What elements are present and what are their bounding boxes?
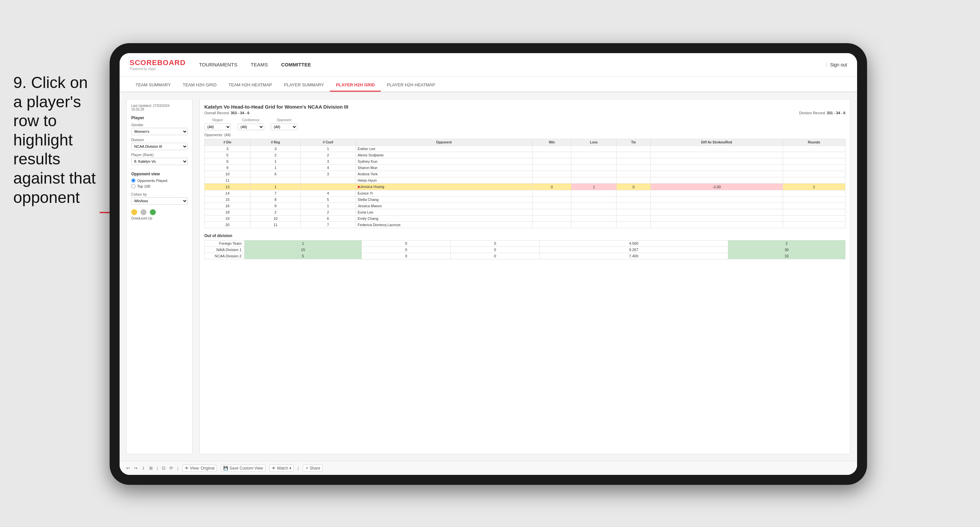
- table-row[interactable]: 1822Euna Lee: [205, 209, 845, 216]
- cell-reg: 8: [250, 197, 301, 203]
- division-select[interactable]: NCAA Division III: [131, 143, 188, 150]
- table-row[interactable]: NAIA Division 115009.26730: [205, 247, 845, 253]
- table-row[interactable]: 20117Federica Domecq Lacroze: [205, 222, 845, 228]
- cell-tie: [617, 209, 651, 216]
- cell-reg: 2: [250, 209, 301, 216]
- region-select[interactable]: (All): [204, 124, 231, 130]
- gender-label: Gender: [131, 123, 188, 127]
- table-row[interactable]: 331Esther Lee: [205, 146, 845, 152]
- table-row[interactable]: 19106Emily Chang: [205, 216, 845, 222]
- nav-tournaments[interactable]: TOURNAMENTS: [199, 59, 237, 70]
- radio-opponents-played[interactable]: Opponents Played: [131, 178, 188, 183]
- cell-loss: [571, 171, 617, 177]
- table-row[interactable]: 1063Andrea York: [205, 171, 845, 177]
- cell-tie: [617, 171, 651, 177]
- cell-win: [532, 209, 571, 216]
- sign-out-button[interactable]: Sign out: [830, 62, 847, 67]
- cell-div: 3: [205, 146, 250, 152]
- save-custom-view-button[interactable]: 💾 Save Custom View: [221, 465, 266, 472]
- cell-loss: [571, 203, 617, 209]
- watch-button[interactable]: 👁 Watch ▾: [269, 465, 294, 472]
- tablet-frame: SCOREBOARD Powered by clippi TOURNAMENTS…: [110, 43, 867, 485]
- cell-loss: [571, 146, 617, 152]
- cell-ood-label: NCAA Division 2: [205, 253, 245, 259]
- table-row[interactable]: 11Heeju Hyun: [205, 177, 845, 184]
- view-original-button[interactable]: 👁 View: Original: [182, 465, 217, 472]
- dot-up: [150, 209, 156, 215]
- cell-loss: [571, 152, 617, 159]
- tab-team-summary[interactable]: TEAM SUMMARY: [130, 79, 177, 92]
- cell-reg: [250, 177, 301, 184]
- cell-reg: 3: [250, 146, 301, 152]
- cell-reg: 9: [250, 203, 301, 209]
- cell-div: 14: [205, 190, 250, 197]
- cell-div: 6: [205, 159, 250, 165]
- cell-rounds: [783, 190, 845, 197]
- cell-tie: [617, 177, 651, 184]
- conference-select[interactable]: (All): [237, 124, 264, 130]
- overall-record: Overall Record: 353 - 34 - 6: [204, 111, 250, 115]
- cell-div: 19: [205, 216, 250, 222]
- grid-title: Katelyn Vo Head-to-Head Grid for Women's…: [204, 104, 845, 110]
- tab-team-h2h-grid[interactable]: TEAM H2H GRID: [177, 79, 223, 92]
- cell-div: 18: [205, 209, 250, 216]
- cell-conf: 3: [301, 171, 355, 177]
- cell-div: 20: [205, 222, 250, 228]
- opponent-select[interactable]: (All): [271, 124, 298, 130]
- cell-tie: [617, 146, 651, 152]
- cell-loss: [571, 197, 617, 203]
- table-row[interactable]: 1691Jessica Mason: [205, 203, 845, 209]
- share-button[interactable]: ↗ Share: [303, 465, 323, 472]
- tab-player-h2h-heatmap[interactable]: PLAYER H2H HEATMAP: [381, 79, 441, 92]
- cell-win: 0: [532, 184, 571, 190]
- table-row[interactable]: 914Sharon Mun: [205, 165, 845, 171]
- tab-team-h2h-heatmap[interactable]: TEAM H2H HEATMAP: [223, 79, 278, 92]
- cell-tie: [617, 216, 651, 222]
- nav-committee[interactable]: COMMITTEE: [281, 59, 311, 70]
- table-row[interactable]: 131 ▶Jessica Huang010-3.002: [205, 184, 845, 190]
- table-row[interactable]: 1585Stella Chang: [205, 197, 845, 203]
- cell-win: [532, 165, 571, 171]
- cell-rounds: [783, 146, 845, 152]
- cell-ood-tie: 0: [450, 240, 539, 247]
- cell-opponent: Esther Lee: [355, 146, 532, 152]
- cell-rounds: [783, 165, 845, 171]
- cell-opponent: Federica Domecq Lacroze: [355, 222, 532, 228]
- table-row[interactable]: NCAA Division 25007.40010: [205, 253, 845, 259]
- cell-win: [532, 159, 571, 165]
- cell-win: [532, 197, 571, 203]
- table-row[interactable]: 522Alexis Sudjianto: [205, 152, 845, 159]
- nav-links: TOURNAMENTS TEAMS COMMITTEE: [199, 59, 826, 70]
- cell-ood-rounds: 2: [728, 240, 845, 247]
- cell-tie: 0: [617, 184, 651, 190]
- cell-diff: -3.00: [651, 184, 783, 190]
- colour-by-select[interactable]: Win/loss: [131, 197, 188, 205]
- bottom-toolbar: ↩ ↪ ⤸ ⊞ | ⊡ ⟳ | 👁 View: Original 💾 Save …: [119, 461, 857, 475]
- table-row[interactable]: 613Sydney Kuo: [205, 159, 845, 165]
- opponents-label: Opponents: (All): [204, 133, 845, 137]
- cell-ood-label: Foreign Team: [205, 240, 245, 247]
- cell-loss: [571, 222, 617, 228]
- tab-player-h2h-grid[interactable]: PLAYER H2H GRID: [330, 79, 381, 92]
- cell-diff: [651, 152, 783, 159]
- cell-opponent: Sydney Kuo: [355, 159, 532, 165]
- player-rank-select[interactable]: 8. Katelyn Vo: [131, 158, 188, 165]
- cell-rounds: [783, 177, 845, 184]
- gender-select[interactable]: Women's: [131, 128, 188, 135]
- dot-label-down: Down: [131, 216, 137, 220]
- cell-opponent: Heeju Hyun: [355, 177, 532, 184]
- sidebar-panel: Last Updated: 27/03/2024 16:55:28 Player…: [126, 99, 192, 454]
- cell-div: 9: [205, 165, 250, 171]
- cell-div: 16: [205, 203, 250, 209]
- tab-player-summary[interactable]: PLAYER SUMMARY: [278, 79, 330, 92]
- annotation-text: 9. Click on a player's row to highlight …: [13, 73, 100, 207]
- cell-opponent: Eunice Yi: [355, 190, 532, 197]
- radio-top100[interactable]: Top 100: [131, 184, 188, 188]
- table-row[interactable]: Foreign Team1004.5002: [205, 240, 845, 247]
- cell-ood-win: 15: [245, 247, 362, 253]
- colour-by-label: Colour by: [131, 192, 188, 196]
- cell-loss: [571, 177, 617, 184]
- nav-teams[interactable]: TEAMS: [250, 59, 268, 70]
- filter-conference: Conference (All): [237, 118, 264, 130]
- table-row[interactable]: 1474Eunice Yi: [205, 190, 845, 197]
